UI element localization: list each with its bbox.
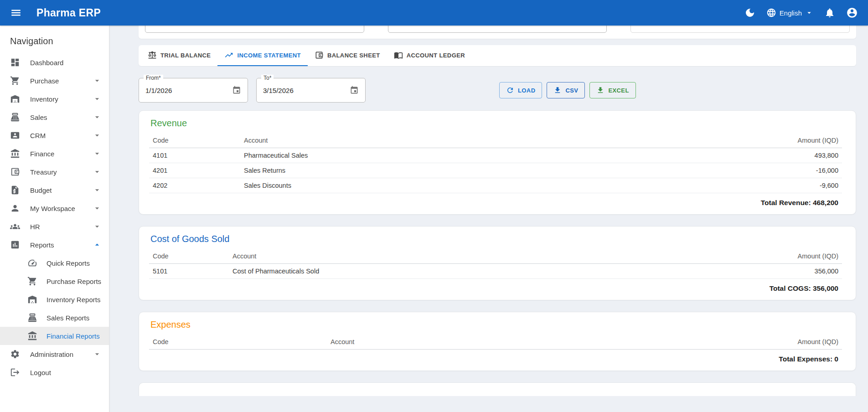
sidebar-item-hr[interactable]: HR: [0, 217, 109, 236]
sidebar-item-label: Quick Reports: [46, 259, 90, 267]
section-title: Revenue: [150, 118, 842, 129]
code-cell: 5101: [149, 264, 229, 279]
bank-icon: [27, 331, 37, 341]
shopping-cart-icon: [27, 276, 37, 286]
amount-cell: 356,000: [635, 264, 842, 279]
from-date-field[interactable]: From* 1/1/2026: [139, 78, 248, 103]
gear-icon: [10, 349, 20, 359]
calendar-icon[interactable]: [232, 86, 241, 95]
sidebar-item-label: CRM: [30, 132, 46, 139]
to-date-label: To*: [261, 75, 274, 81]
sidebar-item-label: Inventory: [30, 95, 58, 103]
accounts-table: CodeAccountAmount (IQD)5101Cost of Pharm…: [149, 249, 842, 279]
sidebar-item-my-workspace[interactable]: My Workspace: [0, 199, 109, 217]
sidebar-item-quick-reports[interactable]: Quick Reports: [0, 254, 109, 272]
table-row: 4202Sales Discounts-9,600: [149, 178, 842, 193]
balance-scale-icon: [148, 51, 157, 60]
sidebar-item-inventory[interactable]: Inventory: [0, 90, 109, 108]
sidebar-item-budget[interactable]: Budget: [0, 181, 109, 199]
sidebar-heading: Navigation: [0, 26, 109, 53]
column-header: Amount (IQD): [635, 249, 842, 264]
section-cost-of-goods-sold: Cost of Goods SoldCodeAccountAmount (IQD…: [139, 226, 856, 300]
groups-icon: [10, 221, 20, 232]
language-label: English: [780, 9, 802, 17]
account-cell: Pharmaceutical Sales: [240, 148, 599, 163]
to-date-value: 3/15/2026: [263, 87, 294, 94]
chevron-down-icon: [93, 94, 102, 103]
tab-trial-balance[interactable]: TRIAL BALANCE: [141, 45, 217, 66]
code-cell: 4201: [149, 163, 240, 178]
dark-mode-moon-icon[interactable]: [744, 7, 755, 18]
person-icon: [10, 203, 20, 213]
table-row: 5101Cost of Pharmaceuticals Sold356,000: [149, 264, 842, 279]
sidebar-item-administration[interactable]: Administration: [0, 345, 109, 363]
sidebar-item-logout[interactable]: Logout: [0, 363, 109, 381]
sidebar-item-purchase-reports[interactable]: Purchase Reports: [0, 272, 109, 290]
column-header: Code: [149, 335, 327, 350]
contacts-icon: [10, 130, 20, 140]
sidebar-item-label: Purchase: [30, 77, 59, 85]
column-header: Amount (IQD): [599, 133, 842, 148]
sidebar-item-treasury[interactable]: Treasury: [0, 163, 109, 181]
section-title: Expenses: [150, 319, 842, 330]
amount-cell: -9,600: [599, 178, 842, 193]
account-circle-icon[interactable]: [846, 7, 858, 19]
sidebar-item-dashboard[interactable]: Dashboard: [0, 53, 109, 72]
hamburger-menu-icon[interactable]: [8, 5, 24, 21]
globe-icon: [766, 8, 776, 18]
point-of-sale-icon: [27, 313, 37, 323]
section-total: Total Revenue: 468,200: [149, 193, 842, 208]
chevron-down-icon: [93, 204, 102, 213]
csv-button[interactable]: CSV: [547, 82, 585, 98]
notifications-bell-icon[interactable]: [824, 7, 835, 18]
code-cell: 4101: [149, 148, 240, 163]
report-sections: RevenueCodeAccountAmount (IQD)4101Pharma…: [139, 110, 856, 371]
chevron-up-icon: [93, 240, 102, 249]
sidebar-item-purchase[interactable]: Purchase: [0, 72, 109, 90]
warehouse-icon: [27, 294, 37, 304]
sidebar-nav: DashboardPurchaseInventorySalesCRMFinanc…: [0, 53, 109, 381]
sidebar-item-label: Inventory Reports: [46, 296, 100, 304]
column-header: Account: [240, 133, 599, 148]
bar-chart-icon: [10, 240, 20, 250]
budget-document-icon: [10, 185, 20, 195]
table-row: 4201Sales Returns-16,000: [149, 163, 842, 178]
ledger-book-icon: [394, 51, 403, 60]
logout-icon: [10, 367, 20, 377]
column-header: Account: [327, 335, 530, 350]
sidebar-item-sales-reports[interactable]: Sales Reports: [0, 309, 109, 327]
sidebar-item-label: Reports: [30, 241, 54, 249]
tab-label: ACCOUNT LEDGER: [407, 52, 465, 59]
account-cell: Sales Discounts: [240, 178, 599, 193]
tab-balance-sheet[interactable]: BALANCE SHEET: [308, 45, 387, 66]
calendar-icon[interactable]: [350, 86, 359, 95]
amount-cell: 493,800: [599, 148, 842, 163]
sidebar-item-label: Budget: [30, 186, 52, 194]
warehouse-icon: [10, 94, 20, 104]
chevron-down-icon: [93, 113, 102, 122]
shopping-cart-icon: [10, 76, 20, 86]
sidebar-item-crm[interactable]: CRM: [0, 126, 109, 144]
sidebar-item-label: Purchase Reports: [46, 278, 101, 285]
sidebar-item-financial-reports[interactable]: Financial Reports: [0, 327, 109, 345]
load-button[interactable]: LOAD: [499, 82, 542, 98]
tab-income-statement[interactable]: INCOME STATEMENT: [217, 45, 308, 66]
amount-cell: -16,000: [599, 163, 842, 178]
sidebar-item-inventory-reports[interactable]: Inventory Reports: [0, 290, 109, 309]
to-date-field[interactable]: To* 3/15/2026: [256, 78, 366, 103]
tab-account-ledger[interactable]: ACCOUNT LEDGER: [387, 45, 472, 66]
language-selector[interactable]: English: [766, 8, 813, 18]
section-expenses: ExpensesCodeAccountAmount (IQD)Total Exp…: [139, 312, 856, 371]
sidebar-item-finance[interactable]: Finance: [0, 144, 109, 163]
sidebar-item-label: Dashboard: [30, 59, 63, 67]
sidebar-item-label: Finance: [30, 150, 54, 158]
excel-button[interactable]: EXCEL: [589, 82, 636, 98]
section-revenue: RevenueCodeAccountAmount (IQD)4101Pharma…: [139, 110, 856, 215]
button-label: EXCEL: [608, 87, 629, 94]
chevron-down-icon: [93, 149, 102, 158]
code-cell: 4202: [149, 178, 240, 193]
accounts-table: CodeAccountAmount (IQD): [149, 335, 842, 350]
sidebar-item-reports[interactable]: Reports: [0, 236, 109, 254]
sidebar-item-sales[interactable]: Sales: [0, 108, 109, 126]
tab-label: INCOME STATEMENT: [237, 52, 301, 59]
